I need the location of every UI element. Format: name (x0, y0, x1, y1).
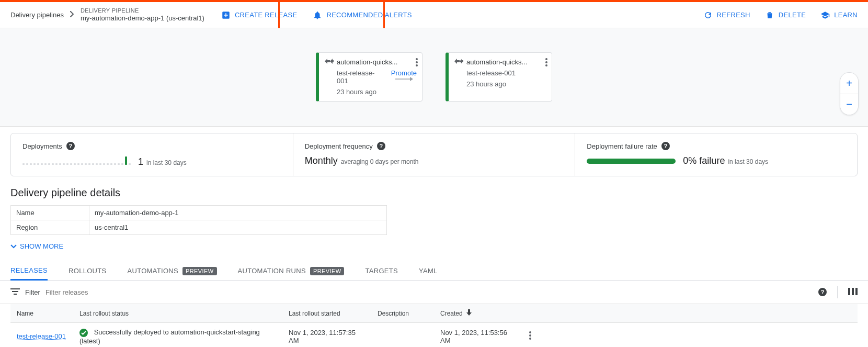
recommended-alerts-button[interactable]: RECOMMENDED ALERTS (313, 10, 412, 20)
release-description (371, 323, 434, 348)
filter-label: Filter (25, 288, 40, 296)
filter-icon (10, 288, 20, 296)
zoom-out-button[interactable]: − (840, 94, 858, 115)
zoom-in-button[interactable]: + (840, 73, 858, 94)
col-created[interactable]: Created (434, 304, 523, 323)
pipeline-stage-card[interactable]: automation-quicks... test-release-001 23… (446, 52, 552, 102)
zoom-control: + − (840, 72, 859, 115)
details-label: Region (11, 220, 89, 235)
metric-frequency: Deployment frequency ? Monthly averaging… (293, 133, 575, 176)
breadcrumb-root[interactable]: Delivery pipelines (10, 11, 64, 19)
create-release-label: CREATE RELEASE (235, 11, 298, 19)
tab-rollouts[interactable]: ROLLOUTS (68, 262, 106, 281)
tab-label: ROLLOUTS (68, 267, 106, 275)
metric-title: Deployment frequency (305, 142, 373, 150)
svg-point-0 (416, 58, 418, 60)
chevron-down-icon (10, 244, 17, 249)
metric-suffix: averaging 0 days per month (341, 158, 419, 165)
create-release-button[interactable]: CREATE RELEASE (221, 10, 298, 20)
release-started: Nov 1, 2023, 11:57:35 AM (282, 323, 371, 348)
metric-title: Deployments (22, 142, 62, 150)
pipeline-graph: automation-quicks... test-release-001 Pr… (0, 28, 868, 127)
preview-badge: PREVIEW (310, 267, 345, 275)
success-icon (79, 329, 88, 337)
col-created-label: Created (440, 310, 463, 317)
details-section: Delivery pipeline details Name my-automa… (0, 176, 868, 250)
kebab-icon (416, 58, 418, 66)
tab-label: TARGETS (365, 267, 398, 275)
metric-title: Deployment failure rate (587, 142, 657, 150)
svg-rect-7 (10, 288, 20, 289)
metric-suffix: in last 30 days (728, 158, 768, 165)
stage-time: 23 hours ago (466, 80, 506, 88)
deploy-icon (324, 58, 334, 66)
delete-button[interactable]: DELETE (765, 10, 806, 20)
details-value: us-central1 (89, 220, 387, 235)
svg-point-13 (529, 331, 531, 333)
svg-point-3 (545, 58, 547, 60)
breadcrumb: Delivery pipelines DELIVERY PIPELINE my-… (10, 7, 204, 23)
filter-input[interactable] (45, 288, 813, 296)
sort-desc-icon (466, 310, 472, 317)
sparkline-icon (22, 155, 131, 165)
releases-table: Name Last rollout status Last rollout st… (10, 304, 858, 347)
col-description[interactable]: Description (371, 304, 434, 323)
breadcrumb-section: DELIVERY PIPELINE (81, 7, 204, 14)
svg-rect-10 (848, 288, 850, 295)
tab-automation-runs[interactable]: AUTOMATION RUNSPREVIEW (238, 262, 345, 281)
stage-menu-button[interactable] (416, 58, 418, 68)
svg-point-15 (529, 338, 531, 340)
svg-point-1 (416, 61, 418, 63)
stage-time: 23 hours ago (337, 88, 376, 96)
stage-release: test-release-001 (466, 69, 516, 77)
release-status: Successfully deployed to automation-quic… (79, 328, 260, 345)
tab-label: YAML (419, 267, 438, 275)
details-row: Region us-central1 (11, 220, 387, 235)
col-started[interactable]: Last rollout started (282, 304, 371, 323)
details-label: Name (11, 206, 89, 220)
row-menu-button[interactable] (529, 333, 531, 341)
preview-badge: PREVIEW (182, 267, 217, 275)
plus-box-icon (221, 10, 231, 20)
details-heading: Delivery pipeline details (10, 187, 858, 199)
top-bar: Delivery pipelines DELIVERY PIPELINE my-… (0, 0, 868, 28)
col-spacer (544, 304, 858, 323)
tabs: RELEASES ROLLOUTS AUTOMATIONSPREVIEW AUT… (0, 262, 868, 281)
svg-point-2 (416, 64, 418, 66)
col-status[interactable]: Last rollout status (73, 304, 282, 323)
tab-label: RELEASES (10, 266, 48, 274)
metric-value: 1 (138, 156, 143, 167)
help-icon[interactable]: ? (377, 142, 385, 150)
tab-yaml[interactable]: YAML (419, 262, 438, 281)
stage-name: automation-quicks... (466, 58, 546, 66)
release-name-link[interactable]: test-release-001 (17, 332, 66, 340)
columns-icon[interactable] (848, 288, 858, 297)
help-icon[interactable]: ? (661, 142, 670, 150)
refresh-label: REFRESH (717, 11, 750, 19)
svg-point-5 (545, 64, 547, 66)
table-row[interactable]: test-release-001 Successfully deployed t… (10, 323, 858, 348)
help-icon[interactable]: ? (66, 142, 75, 150)
graduation-cap-icon (820, 10, 830, 20)
details-value: my-automation-demo-app-1 (89, 206, 387, 220)
filter-bar: Filter ? (0, 281, 868, 304)
col-name[interactable]: Name (10, 304, 73, 323)
deploy-icon (454, 58, 463, 66)
show-more-button[interactable]: SHOW MORE (10, 242, 63, 250)
tab-releases[interactable]: RELEASES (10, 262, 48, 281)
breadcrumb-name: my-automation-demo-app-1 (us-central1) (81, 14, 204, 23)
help-icon[interactable]: ? (818, 288, 827, 296)
tab-targets[interactable]: TARGETS (365, 262, 398, 281)
trash-icon (765, 10, 774, 20)
svg-rect-11 (852, 288, 854, 295)
release-created: Nov 1, 2023, 11:53:56 AM (434, 323, 523, 348)
separator (837, 286, 838, 298)
delete-label: DELETE (779, 11, 806, 19)
tab-automations[interactable]: AUTOMATIONSPREVIEW (128, 262, 217, 281)
chevron-right-icon (70, 11, 74, 19)
stage-menu-button[interactable] (545, 58, 547, 68)
stage-release: test-release-001 (337, 69, 385, 85)
learn-button[interactable]: LEARN (820, 10, 858, 20)
refresh-button[interactable]: REFRESH (703, 10, 750, 20)
svg-rect-9 (14, 294, 17, 295)
